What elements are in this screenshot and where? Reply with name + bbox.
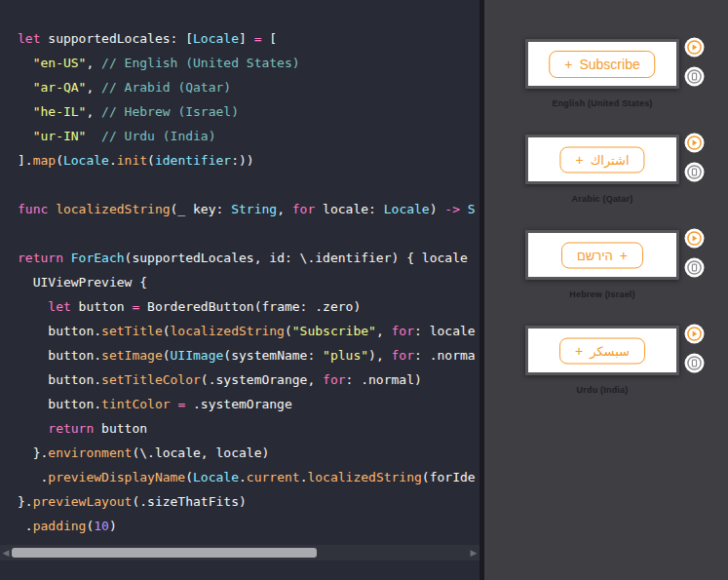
subscribe-button-label: اشتراك [591,152,630,167]
subscribe-button-label: سبسکر [590,343,630,358]
code-line [18,221,479,246]
live-preview-play-button[interactable] [684,133,705,153]
code-line: UIViewPreview { [18,270,479,294]
code-line: .padding(10) [18,514,479,538]
preview-controls [684,228,705,278]
code-line: func localizedString(_ key: String, for … [18,197,479,221]
scrollbar-thumb[interactable] [12,548,317,558]
preview-caption: Arabic (Qatar) [525,194,679,204]
preview-row: +SubscribeEnglish (United States) [484,39,728,135]
code-line: "ar-QA", // Arabid (Qatar) [18,75,479,99]
scrollbar-track[interactable] [12,545,468,561]
code-line: let button = BorderedButton(frame: .zero… [18,294,479,319]
scroll-left-arrow-icon[interactable]: ◀ [0,545,12,561]
preview-caption: Urdu (India) [525,385,679,395]
subscribe-button-label: הירשם [577,248,613,262]
code-line: return button [18,416,479,441]
plus-icon: + [575,153,583,167]
code-line: "en-US", // English (United States) [18,51,479,75]
preview-caption: Hebrew (Israel) [525,290,679,299]
code-line [18,173,479,197]
code-line: .previewDisplayName(Locale.current.local… [18,465,479,489]
preview-controls [684,37,705,87]
preview-on-device-button[interactable] [684,353,705,373]
plus-icon: + [575,344,583,358]
code-line: "he-IL", // Hebrew (Israel) [18,99,479,124]
live-preview-play-button[interactable] [684,228,705,249]
preview-caption: English (United States) [525,98,679,108]
preview-on-device-button[interactable] [684,66,705,87]
code-line: button.tintColor = .systemOrange [18,392,479,416]
preview-card: הירשם+ [525,230,679,280]
preview-row: +سبسکرUrdu (India) [484,326,728,421]
preview-on-device-button[interactable] [684,257,705,278]
preview-card: +اشتراك [525,135,679,184]
code-line: let supportedLocales: [Locale] = [ [18,26,479,51]
code-line: ].map(Locale.init(identifier:)) [18,148,479,173]
code-line: "ur-IN" // Urdu (India) [18,124,479,148]
preview-card: +سبسکر [525,326,679,375]
preview-on-device-button[interactable] [684,162,705,182]
code-line: button.setTitleColor(.systemOrange, for:… [18,367,479,392]
scroll-right-arrow-icon[interactable]: ▶ [468,545,479,561]
live-preview-play-button[interactable] [684,324,705,344]
subscribe-button-preview[interactable]: הירשם+ [561,242,643,268]
code-editor[interactable]: let supportedLocales: [Locale] = [ "en-U… [18,26,479,538]
preview-row: הירשם+Hebrew (Israel) [484,230,728,326]
code-line: button.setImage(UIImage(systemName: "plu… [18,343,479,367]
code-line: }.previewLayout(.sizeThatFits) [18,489,479,514]
live-preview-play-button[interactable] [684,37,705,58]
code-panel: let supportedLocales: [Locale] = [ "en-U… [0,0,479,580]
preview-row: +اشتراكArabic (Qatar) [484,135,728,230]
code-line: return ForEach(supportedLocales, id: \.i… [18,246,479,270]
plus-icon: + [564,58,572,71]
subscribe-button-label: Subscribe [579,57,639,72]
code-line: button.setTitle(localizedString("Subscri… [18,319,479,343]
code-line: }.environment(\.locale, locale) [18,441,479,465]
subscribe-button-preview[interactable]: +Subscribe [549,51,655,78]
preview-panel: +SubscribeEnglish (United States)+اشتراك… [484,0,728,580]
preview-card: +Subscribe [525,39,679,89]
preview-controls [684,133,705,182]
horizontal-scrollbar[interactable]: ◀ ▶ [0,545,479,561]
subscribe-button-preview[interactable]: +سبسکر [559,337,645,364]
preview-controls [684,324,705,373]
subscribe-button-preview[interactable]: +اشتراك [559,146,644,173]
plus-icon: + [620,249,628,262]
